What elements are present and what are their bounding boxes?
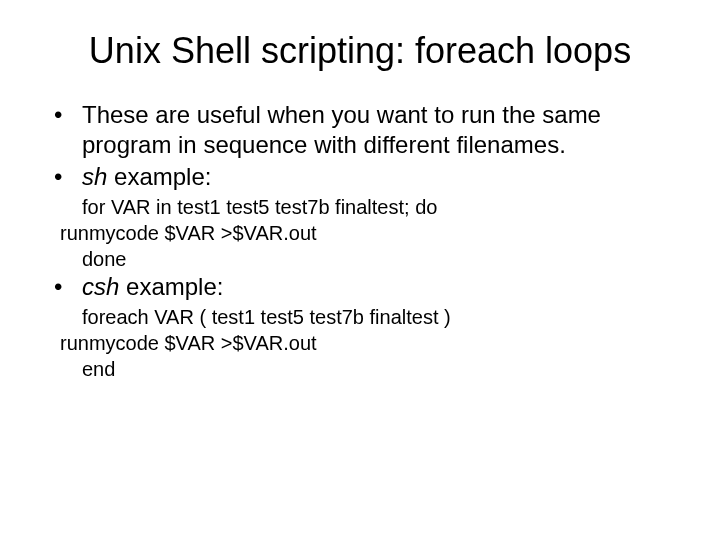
bullet-intro-text: These are useful when you want to run th… [82,101,601,158]
sh-code-line2: runmycode $VAR >$VAR.out [60,220,690,246]
csh-label-prefix: csh [82,273,119,300]
sh-code-line3: done [82,246,690,272]
sh-code-line1: for VAR in test1 test5 test7b finaltest;… [82,194,690,220]
bullet-intro: These are useful when you want to run th… [54,100,690,160]
csh-code-line2: runmycode $VAR >$VAR.out [60,330,690,356]
slide: Unix Shell scripting: foreach loops Thes… [0,0,720,540]
csh-code-line3: end [82,356,690,382]
bullet-sh-example: sh example: [54,162,690,192]
bullet-list: These are useful when you want to run th… [54,100,690,192]
csh-label-rest: example: [119,273,223,300]
bullet-list-2: csh example: [54,272,690,302]
bullet-csh-example: csh example: [54,272,690,302]
sh-label-prefix: sh [82,163,107,190]
csh-code-line1: foreach VAR ( test1 test5 test7b finalte… [82,304,690,330]
slide-title: Unix Shell scripting: foreach loops [30,30,690,72]
sh-label-rest: example: [107,163,211,190]
